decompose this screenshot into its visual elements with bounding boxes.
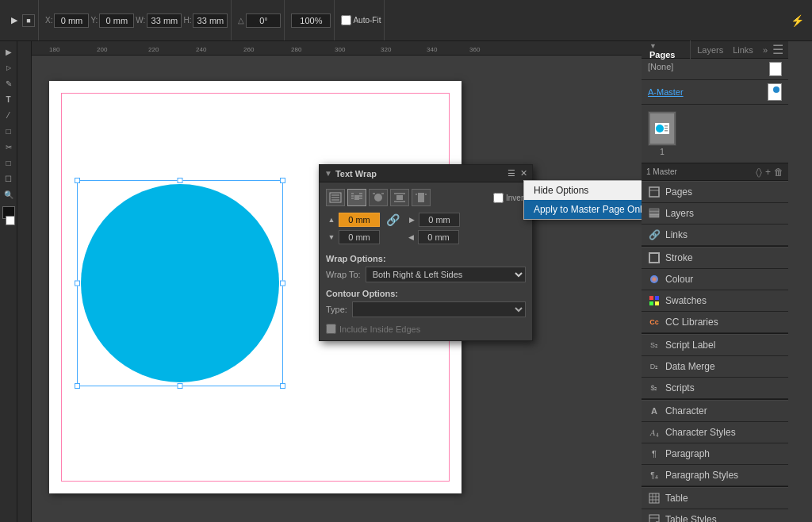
panel-item-data-merge[interactable]: D₂ Data Merge — [642, 356, 788, 378]
tool-direct[interactable]: ▷ — [2, 60, 16, 75]
panel-close-btn[interactable]: ✕ — [520, 168, 527, 178]
dropdown-item-apply-master[interactable]: Apply to Master Page Only — [524, 200, 642, 219]
zoom-input[interactable] — [291, 13, 331, 28]
panel-item-table[interactable]: Table — [642, 488, 788, 509]
object-icon: ■ — [22, 14, 35, 27]
angle-input[interactable] — [246, 13, 281, 28]
svg-rect-34 — [649, 301, 653, 305]
tab-layers[interactable]: Layers — [694, 45, 726, 55]
type-label: Type: — [326, 305, 347, 314]
left-toolpanel: ▶ ▷ ✎ T ∕ □ ✂ □ ☐ 🔍 — [0, 41, 17, 522]
y-input[interactable] — [99, 13, 134, 28]
tab-links[interactable]: Links — [730, 45, 756, 55]
h-input[interactable] — [193, 13, 228, 28]
panel-item-colour[interactable]: Colour — [642, 269, 788, 290]
page-1-thumb[interactable] — [648, 111, 676, 146]
tool-zoom[interactable]: 🔍 — [2, 187, 16, 202]
panel-item-stroke[interactable]: Stroke — [642, 248, 788, 269]
tool-line[interactable]: ∕ — [2, 108, 16, 122]
panel-item-layers[interactable]: Layers — [642, 203, 788, 225]
tool-arrow[interactable]: ▶ — [2, 44, 16, 59]
colour-icon — [648, 273, 661, 286]
master-label[interactable]: A-Master — [648, 87, 684, 97]
pages-footer-spread-btn[interactable]: 〈〉 — [756, 167, 762, 178]
panel-item-paragraph-styles[interactable]: ¶₄ Paragraph Styles — [642, 465, 788, 486]
panel-item-cc-libraries[interactable]: Cc CC Libraries — [642, 312, 788, 333]
pages-panel-more[interactable]: » — [763, 45, 768, 55]
wrap-jump-btn[interactable] — [390, 189, 409, 206]
color-swatch-bg[interactable] — [6, 216, 15, 225]
svg-point-11 — [374, 194, 382, 202]
wrap-to-label: Wrap To: — [326, 270, 361, 279]
panel-item-scripts[interactable]: $₂ Scripts — [642, 378, 788, 399]
ruler-tick-220: 220 — [148, 46, 159, 53]
panel-item-paragraph[interactable]: ¶ Paragraph — [642, 443, 788, 465]
autofit-checkbox[interactable] — [341, 15, 351, 25]
dropdown-item-hide-options[interactable]: Hide Options — [524, 181, 642, 200]
pages-footer-btns: 〈〉 + 🗑 — [756, 167, 783, 178]
char-icon: A — [648, 405, 661, 417]
svg-rect-28 — [649, 211, 659, 214]
offset-left-icon: ◀ — [405, 233, 416, 241]
extra-btn[interactable]: ⚡ — [787, 13, 807, 29]
panel-titlebar: ▼ Text Wrap ☰ ✕ — [320, 165, 532, 182]
pages-footer-del-btn[interactable]: 🗑 — [774, 167, 783, 178]
panel-item-character-styles[interactable]: 𝐴₄ Character Styles — [642, 422, 788, 443]
panel-item-table-styles[interactable]: Table Styles — [642, 509, 788, 522]
offset-right-group: ▶ — [406, 213, 460, 227]
charstyle-icon: 𝐴₄ — [648, 426, 661, 439]
offset-bottom-group: ▼ — [326, 230, 380, 244]
panel-item-pages[interactable]: Pages — [642, 182, 788, 203]
invert-checkbox[interactable] — [493, 193, 504, 203]
tool-rect[interactable]: □ — [2, 124, 16, 138]
type-select[interactable] — [352, 301, 526, 317]
offset-left-input[interactable] — [418, 230, 459, 244]
wrap-nextcol-btn[interactable] — [412, 189, 431, 206]
svg-rect-17 — [418, 193, 424, 202]
include-edges-label: Include Inside Edges — [339, 324, 420, 334]
panel-item-character[interactable]: A Character — [642, 401, 788, 422]
tool-note[interactable]: ☐ — [2, 171, 16, 186]
pages-footer-add-btn[interactable]: + — [765, 167, 771, 178]
pages-footer-wrapper: 1 Master 〈〉 + 🗑 — [642, 163, 788, 180]
svg-rect-14 — [396, 195, 403, 200]
panel-item-swatches[interactable]: Swatches — [642, 290, 788, 312]
panel-collapse-arrow[interactable]: ▼ — [324, 169, 332, 178]
ruler-horizontal: 180 200 220 240 260 280 300 320 340 360 — [17, 41, 642, 56]
wrap-to-select[interactable]: Both Right & Left Sides Right Side Left … — [366, 267, 526, 282]
x-input[interactable] — [54, 13, 89, 28]
ruler-tick-200: 200 — [97, 46, 107, 53]
offset-right-input[interactable] — [419, 213, 460, 227]
wrap-shape-btn[interactable] — [369, 189, 388, 206]
stroke-icon — [648, 251, 661, 264]
panel-item-links[interactable]: 🔗 Links — [642, 225, 788, 246]
y-label: Y: — [90, 16, 98, 25]
tool-type[interactable]: T — [2, 92, 16, 106]
none-thumb — [769, 62, 782, 76]
include-edges-checkbox[interactable] — [326, 324, 336, 334]
right-toolbar: ⚡ — [787, 13, 807, 29]
tool-scissors[interactable]: ✂ — [2, 140, 16, 154]
w-input[interactable] — [147, 13, 182, 28]
blue-circle-object[interactable] — [81, 184, 279, 382]
wrap-bbox-btn[interactable] — [347, 189, 366, 206]
tool-gradient[interactable]: □ — [2, 155, 16, 170]
pages-panel-menu[interactable]: ☰ — [772, 42, 783, 57]
offset-row-top: ▲ 🔗 ▶ — [326, 213, 526, 227]
wrap-none-btn[interactable] — [326, 189, 345, 206]
contour-options-label: Contour Options: — [326, 289, 526, 298]
select-tool-btn[interactable]: ▶ — [8, 13, 21, 27]
panel-menu-icon[interactable]: ☰ — [508, 168, 515, 178]
svg-rect-35 — [655, 301, 659, 305]
offset-row-bottom: ▼ ◀ — [326, 230, 526, 244]
tab-pages[interactable]: ▼ Pages — [646, 40, 691, 59]
page-1-area — [648, 111, 676, 146]
offset-top-input[interactable] — [339, 213, 380, 227]
offset-bottom-input[interactable] — [339, 230, 380, 244]
right-side: ▼ Pages Layers Links » ☰ [None] A-Master — [642, 41, 812, 522]
ruler-tick-300: 300 — [335, 46, 345, 53]
tool-pen[interactable]: ✎ — [2, 76, 16, 90]
ruler-tick-320: 320 — [381, 46, 391, 53]
panel-item-script-label[interactable]: S₂ Script Label — [642, 335, 788, 356]
chain-icon[interactable]: 🔗 — [385, 213, 401, 226]
